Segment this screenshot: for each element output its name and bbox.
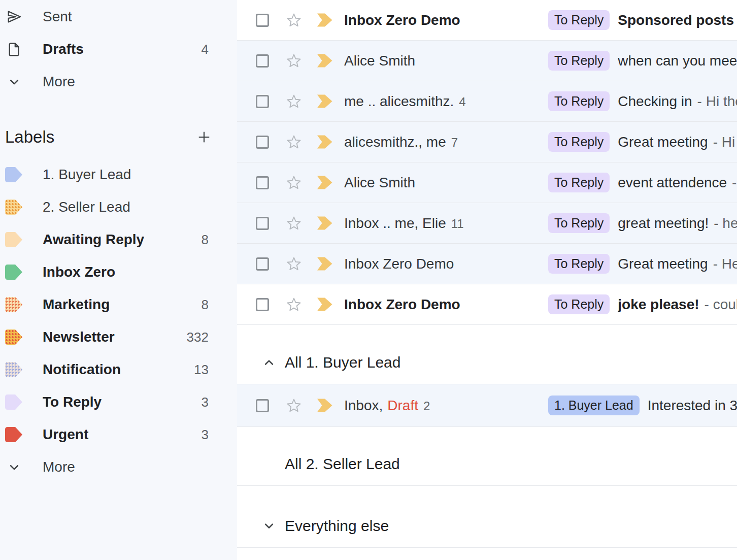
select-checkbox[interactable]	[256, 176, 269, 189]
label-count: 8	[202, 297, 209, 313]
subject-snippet: great meeting!- hey	[618, 215, 737, 232]
star-icon[interactable]	[286, 256, 302, 272]
star-icon[interactable]	[286, 13, 302, 28]
label-name: Urgent	[43, 426, 202, 443]
label-tag-icon	[5, 232, 22, 247]
sidebar-label-buyer-lead[interactable]: 1. Buyer Lead	[0, 158, 237, 191]
label-count: 3	[202, 394, 209, 410]
sidebar-item-label: More	[43, 459, 209, 475]
sidebar-label-notification[interactable]: Notification 13	[0, 353, 237, 386]
add-label-button[interactable]	[196, 129, 212, 145]
sender: Inbox Zero Demo	[344, 256, 548, 272]
sidebar: Sent Drafts 4 More Labels 1. Buyer L	[0, 0, 237, 560]
sidebar-label-to-reply[interactable]: To Reply 3	[0, 386, 237, 418]
email-row[interactable]: Inbox Zero Demo To Reply Great meeting- …	[237, 244, 737, 284]
subject-snippet: when can you meet	[618, 53, 737, 69]
chevron-down-icon	[5, 459, 23, 475]
sidebar-item-label: More	[43, 74, 209, 90]
email-row[interactable]: Inbox .. me, Elie11 To Reply great meeti…	[237, 203, 737, 244]
sender: Inbox .. me, Elie11	[344, 215, 548, 232]
email-row[interactable]: Inbox,Draft2 1. Buyer Lead Interested in…	[237, 384, 737, 427]
email-row[interactable]: Alice Smith To Reply event attendence- H	[237, 162, 737, 203]
sidebar-label-marketing[interactable]: Marketing 8	[0, 288, 237, 321]
select-checkbox[interactable]	[256, 298, 269, 311]
sidebar-labels-more[interactable]: More	[0, 451, 237, 483]
importance-marker-icon	[316, 94, 333, 108]
importance-marker-icon	[316, 216, 333, 230]
select-checkbox[interactable]	[256, 399, 269, 412]
sidebar-label-urgent[interactable]: Urgent 3	[0, 418, 237, 451]
label-chip-to-reply[interactable]: To Reply	[548, 91, 610, 111]
section-header-everything-else[interactable]: Everything else	[237, 486, 737, 548]
label-chip-to-reply[interactable]: To Reply	[548, 10, 610, 30]
star-icon[interactable]	[286, 398, 302, 413]
label-count: 332	[187, 330, 209, 345]
label-count: 3	[202, 427, 209, 443]
email-list: Inbox Zero Demo To Reply Sponsored posts…	[237, 0, 737, 560]
select-checkbox[interactable]	[256, 257, 269, 271]
label-tag-icon	[5, 297, 22, 312]
label-chip-to-reply[interactable]: To Reply	[548, 254, 610, 274]
draft-label: Draft	[387, 398, 418, 414]
star-icon[interactable]	[286, 94, 302, 109]
section-header-buyer-lead[interactable]: All 1. Buyer Lead	[237, 325, 737, 384]
sidebar-item-more[interactable]: More	[0, 65, 237, 98]
label-chip-buyer-lead[interactable]: 1. Buyer Lead	[548, 396, 640, 415]
subject-snippet: event attendence- H	[618, 175, 737, 191]
email-row[interactable]: me .. alicesmithz.4 To Reply Checking in…	[237, 81, 737, 122]
sender: Inbox Zero Demo	[344, 12, 548, 28]
sidebar-label-newsletter[interactable]: Newsletter 332	[0, 321, 237, 353]
label-name: Marketing	[43, 297, 202, 313]
select-checkbox[interactable]	[256, 14, 269, 27]
star-icon[interactable]	[286, 175, 302, 190]
star-icon[interactable]	[286, 216, 302, 231]
importance-marker-icon	[316, 13, 333, 27]
section-header-seller-lead[interactable]: All 2. Seller Lead	[237, 427, 737, 486]
labels-title: Labels	[5, 127, 54, 147]
label-name: 2. Seller Lead	[43, 199, 209, 215]
sidebar-item-label: Drafts	[43, 41, 202, 57]
label-chip-to-reply[interactable]: To Reply	[548, 132, 610, 152]
select-checkbox[interactable]	[256, 54, 269, 68]
star-icon[interactable]	[286, 135, 302, 150]
sidebar-item-drafts[interactable]: Drafts 4	[0, 33, 237, 65]
label-name: Notification	[43, 361, 194, 378]
label-chip-to-reply[interactable]: To Reply	[548, 173, 610, 192]
sidebar-item-sent[interactable]: Sent	[0, 1, 237, 33]
chevron-down-icon	[5, 74, 23, 89]
subject-snippet: Great meeting- Hi J	[618, 134, 737, 150]
label-tag-icon	[5, 167, 22, 182]
section-title: All 2. Seller Lead	[285, 455, 400, 472]
label-name: Newsletter	[43, 329, 187, 345]
importance-marker-icon	[316, 257, 333, 271]
sender: Inbox,Draft2	[344, 398, 548, 414]
chevron-up-icon[interactable]	[261, 355, 277, 370]
star-icon[interactable]	[286, 53, 302, 69]
label-name: 1. Buyer Lead	[43, 167, 209, 183]
star-icon[interactable]	[286, 297, 302, 312]
section-title: Everything else	[285, 517, 389, 534]
importance-marker-icon	[316, 176, 333, 189]
select-checkbox[interactable]	[256, 217, 269, 230]
importance-marker-icon	[316, 298, 333, 311]
email-row[interactable]: Inbox Zero Demo To Reply joke please!- c…	[237, 284, 737, 325]
label-name: Inbox Zero	[43, 264, 209, 280]
subject-snippet: Great meeting- Hey	[618, 256, 737, 272]
email-row[interactable]: alicesmithz., me7 To Reply Great meeting…	[237, 122, 737, 162]
select-checkbox[interactable]	[256, 95, 269, 108]
chevron-down-icon[interactable]	[261, 518, 277, 534]
label-chip-to-reply[interactable]: To Reply	[548, 213, 610, 233]
email-row[interactable]: Inbox Zero Demo To Reply Sponsored posts…	[237, 0, 737, 41]
sidebar-item-label: Sent	[43, 9, 209, 25]
label-tag-icon	[5, 330, 22, 345]
label-name: To Reply	[43, 394, 202, 410]
label-chip-to-reply[interactable]: To Reply	[548, 51, 610, 71]
labels-header: Labels	[0, 123, 237, 151]
email-row[interactable]: Alice Smith To Reply when can you meet	[237, 41, 737, 81]
sidebar-label-awaiting-reply[interactable]: Awaiting Reply 8	[0, 223, 237, 256]
label-chip-to-reply[interactable]: To Reply	[548, 294, 610, 314]
sidebar-label-inbox-zero[interactable]: Inbox Zero	[0, 256, 237, 288]
sidebar-label-seller-lead[interactable]: 2. Seller Lead	[0, 191, 237, 223]
select-checkbox[interactable]	[256, 136, 269, 149]
sender: me .. alicesmithz.4	[344, 93, 548, 110]
